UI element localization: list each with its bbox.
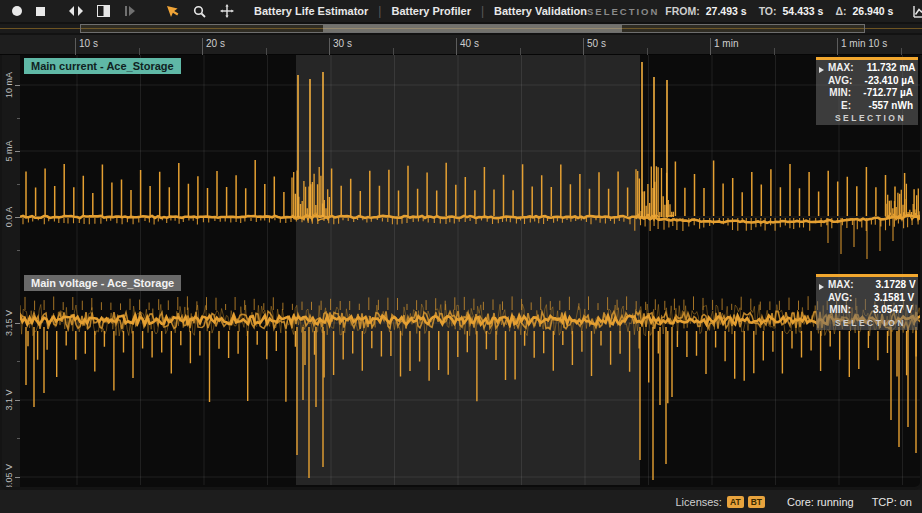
app-window: Battery Life Estimator | Battery Profile…	[0, 0, 922, 513]
tab-separator: |	[481, 4, 484, 18]
time-tick	[456, 38, 457, 55]
select-tool-button[interactable]	[162, 3, 183, 20]
stat-label: AVG:	[828, 75, 852, 88]
stats-selection-footer: SELECTION	[828, 318, 913, 328]
time-tick-label: 1 min	[714, 38, 738, 49]
pan-tool-button[interactable]	[216, 2, 238, 20]
stat-value: -712.77 µA	[855, 87, 913, 100]
time-tick	[329, 38, 330, 55]
selection-readout-label: SELECTION	[587, 6, 659, 17]
time-tick-minor	[647, 48, 648, 55]
y-tick-label: 5 mA	[3, 129, 15, 173]
time-tick-label: 50 s	[587, 38, 606, 49]
stop-icon	[36, 7, 45, 16]
overview-strip	[0, 22, 922, 35]
time-tick	[837, 38, 838, 55]
collapse-arrow[interactable]	[819, 284, 824, 290]
stop-button[interactable]	[32, 5, 49, 18]
stat-label: MAX:	[828, 62, 854, 75]
time-tick-label: 40 s	[460, 38, 479, 49]
zoom-tool-button[interactable]	[189, 3, 210, 20]
stat-label: MIN:	[828, 304, 851, 317]
to-label: TO:	[759, 5, 777, 17]
current-series-badge[interactable]: Main current - Ace_Storage	[24, 58, 181, 74]
licenses-label: Licenses:	[675, 496, 721, 508]
stat-value: -557 nWh	[855, 100, 913, 113]
scrollbar-selection-segment	[323, 25, 622, 32]
time-tick-minor	[901, 48, 902, 55]
record-button[interactable]	[8, 4, 26, 18]
selection-readout: SELECTION FROM: 27.493 s TO: 54.433 s Δ:…	[587, 5, 899, 17]
license-badge-bt: BT	[748, 496, 765, 508]
stat-value: 3.1581 V	[856, 292, 914, 305]
from-label: FROM:	[665, 5, 699, 17]
time-tick-label: 1 min 10 s	[841, 38, 887, 49]
scrollbar-track[interactable]	[0, 24, 922, 33]
y-tick-label: 3.15 V	[3, 301, 15, 345]
tab-bar: Battery Life Estimator | Battery Profile…	[254, 4, 587, 18]
y-gutter-voltage: 3.15 V 3.1 V 3.05 V	[2, 272, 20, 490]
stat-label: E:	[828, 100, 851, 113]
delta-value: 26.940 s	[852, 5, 893, 17]
time-tick-label: 20 s	[206, 38, 225, 49]
stats-selection-footer: SELECTION	[828, 113, 913, 123]
license-badge-at: AT	[727, 496, 744, 508]
stat-value: -23.410 µA	[856, 75, 914, 88]
time-tick-minor	[393, 48, 394, 55]
y-tick-label: 3.05 V	[3, 455, 15, 490]
collapse-arrow[interactable]	[819, 67, 824, 73]
split-view-button[interactable]	[93, 3, 114, 19]
tab-battery-validation[interactable]: Battery Validation	[494, 5, 587, 17]
y-tick-label: 10 mA	[3, 63, 15, 107]
time-axis: 10 s20 s30 s40 s50 s1 min1 min 10 s	[0, 35, 922, 55]
cursor-tool-icon	[166, 5, 179, 18]
split-view-icon	[97, 5, 110, 17]
tcp-status: TCP: on	[872, 496, 912, 508]
step-forward-button[interactable]	[120, 3, 140, 19]
time-tick-minor	[266, 48, 267, 55]
time-tick-label: 10 s	[79, 38, 98, 49]
current-stats-box: MAX:11.732 mAAVG:-23.410 µAMIN:-712.77 µ…	[816, 57, 918, 125]
zoom-tool-icon	[193, 5, 206, 18]
y-tick-label: 3.1 V	[3, 378, 15, 422]
stat-label: MAX:	[828, 279, 854, 292]
tab-battery-life-estimator[interactable]: Battery Life Estimator	[254, 5, 368, 17]
stat-label: MIN:	[828, 87, 851, 100]
to-value: 54.433 s	[783, 5, 824, 17]
chart-view-button[interactable]	[909, 3, 922, 20]
selection-overlay[interactable]	[296, 55, 640, 485]
core-status: Core: running	[787, 496, 854, 508]
time-tick	[75, 38, 76, 55]
step-forward-icon	[124, 5, 136, 17]
time-tick	[583, 38, 584, 55]
from-value: 27.493 s	[706, 5, 747, 17]
tab-battery-profiler[interactable]: Battery Profiler	[391, 5, 470, 17]
stat-value: 3.1728 V	[858, 279, 916, 292]
chart-area: 10 mA 5 mA 0.0 A 5 mA 3.15 V 3.1 V 3.05 …	[0, 55, 922, 490]
time-tick-minor	[520, 48, 521, 55]
time-tick-label: 30 s	[333, 38, 352, 49]
time-tick-minor	[774, 48, 775, 55]
time-tick	[202, 38, 203, 55]
pan-tool-icon	[220, 4, 234, 18]
stat-label: AVG:	[828, 292, 852, 305]
tab-separator: |	[378, 4, 381, 18]
y-gutter-current: 10 mA 5 mA 0.0 A 5 mA	[2, 55, 20, 272]
delta-label: Δ:	[835, 5, 846, 17]
y-tick-label: 0.0 A	[3, 195, 15, 239]
y-tick-label: 5 mA	[3, 261, 15, 272]
record-icon	[12, 6, 22, 16]
stat-value: 3.0547 V	[855, 304, 913, 317]
line-chart-icon	[913, 5, 922, 18]
time-tick-minor	[139, 48, 140, 55]
time-tick	[710, 38, 711, 55]
stat-value: 11.732 mA	[858, 62, 916, 75]
voltage-series-badge[interactable]: Main voltage - Ace_Storage	[24, 275, 181, 291]
toolbar: Battery Life Estimator | Battery Profile…	[0, 0, 922, 22]
voltage-stats-box: MAX:3.1728 VAVG:3.1581 VMIN:3.0547 V SEL…	[816, 274, 918, 330]
scrollbar-view-window[interactable]	[80, 24, 865, 33]
markers-nav-button[interactable]	[65, 3, 87, 19]
waveform-canvas[interactable]	[20, 55, 922, 490]
markers-icon	[69, 5, 83, 17]
status-bar: Licenses: AT BT Core: running TCP: on	[0, 490, 922, 513]
